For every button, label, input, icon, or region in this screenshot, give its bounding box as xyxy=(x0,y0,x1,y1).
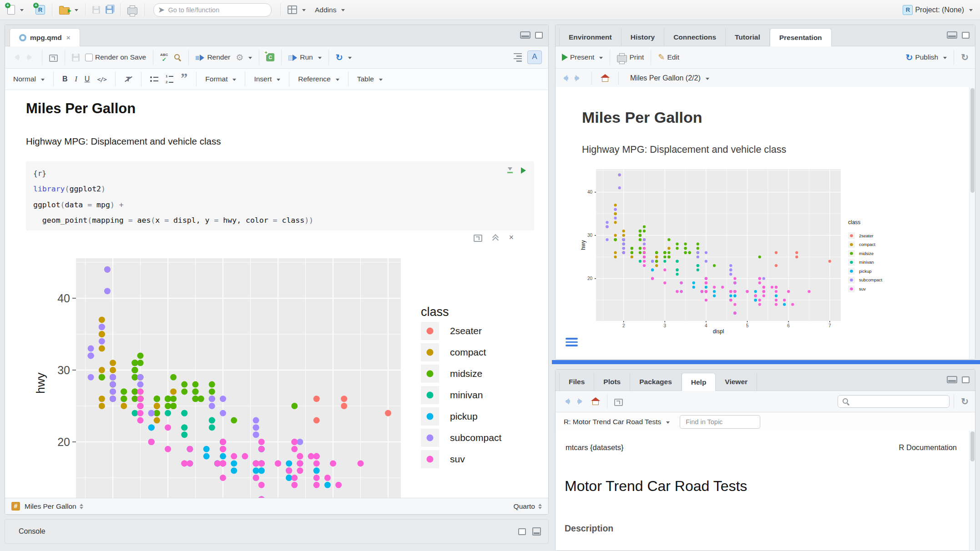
render-options-button[interactable] xyxy=(233,50,255,65)
underline-button[interactable] xyxy=(82,73,93,85)
insert-label: Insert xyxy=(254,75,272,83)
rerun-button[interactable] xyxy=(333,50,354,65)
open-file-button[interactable] xyxy=(56,3,81,16)
print-presentation-button[interactable]: Print xyxy=(614,51,647,64)
maximize-pane-icon[interactable] xyxy=(535,32,543,39)
maximize-pane-icon[interactable] xyxy=(962,32,970,39)
collapse-output-icon[interactable] xyxy=(492,234,499,241)
run-chunk-icon[interactable] xyxy=(521,167,526,174)
insert-menu[interactable]: Insert xyxy=(251,73,283,85)
goto-file-input[interactable] xyxy=(167,6,267,14)
help-search-box[interactable] xyxy=(838,395,950,408)
help-home-button[interactable] xyxy=(588,396,603,407)
addins-menu[interactable]: Addins xyxy=(312,4,348,16)
presentation-viewport[interactable]: Miles Per Gallon Highway MPG: Displaceme… xyxy=(556,87,975,359)
home-icon[interactable] xyxy=(601,74,610,82)
presentation-toolbar: Present Print Edit Publish xyxy=(556,46,975,69)
r-code-chunk[interactable]: {r} library(ggplot2)ggplot(data = mpg) +… xyxy=(26,161,534,230)
slide-forward-icon[interactable] xyxy=(574,75,583,82)
run-button[interactable]: Run xyxy=(286,51,324,63)
svg-text:suv: suv xyxy=(450,454,465,464)
outline-location[interactable]: Miles Per Gallon xyxy=(25,502,76,511)
outline-selector-icon[interactable] xyxy=(80,502,83,511)
tab-environment[interactable]: Environment xyxy=(559,28,621,46)
print-button[interactable] xyxy=(125,3,140,16)
addins-label: Addins xyxy=(315,6,336,14)
restore-console-icon[interactable] xyxy=(518,528,526,535)
help-content[interactable]: mtcars {datasets} R Documentation Motor … xyxy=(556,431,975,551)
save-button[interactable] xyxy=(90,4,103,15)
goto-file-search[interactable]: ➤ xyxy=(153,3,272,17)
close-tab-icon[interactable]: × xyxy=(66,29,71,46)
tab-tutorial[interactable]: Tutorial xyxy=(726,28,770,46)
find-replace-button[interactable] xyxy=(171,51,184,63)
pane-resize-divider[interactable] xyxy=(552,360,980,364)
find-in-topic-input[interactable] xyxy=(680,415,760,429)
clear-formatting-button[interactable] xyxy=(121,73,135,85)
render-on-save-toggle[interactable]: Render on Save xyxy=(82,51,149,63)
spellcheck-button[interactable] xyxy=(157,51,171,64)
save-doc-button[interactable] xyxy=(69,52,82,63)
present-button[interactable]: Present xyxy=(559,51,606,63)
expand-output-icon[interactable] xyxy=(474,235,482,242)
tab-history[interactable]: History xyxy=(621,28,664,46)
numbered-list-button[interactable] xyxy=(163,72,176,86)
publish-button[interactable]: Publish xyxy=(903,50,950,65)
paragraph-style-dropdown[interactable]: Normal xyxy=(10,73,47,85)
document-canvas[interactable]: Miles Per Gallon Highway MPG: Displaceme… xyxy=(5,90,548,498)
main-toolbar: ➤ Addins Project: (None) xyxy=(0,0,980,20)
help-forward-button[interactable] xyxy=(574,396,588,407)
close-output-icon[interactable] xyxy=(509,234,514,242)
topic-dropdown[interactable]: R: Motor Trend Car Road Tests xyxy=(562,416,672,428)
visual-editor-toggle[interactable] xyxy=(525,49,545,66)
tab-packages[interactable]: Packages xyxy=(630,373,682,391)
slide-selector[interactable]: Miles Per Gallon (2/2) xyxy=(627,72,712,84)
refresh-presentation-button[interactable] xyxy=(958,50,971,65)
run-chunks-above-icon[interactable] xyxy=(506,167,514,174)
help-popout-button[interactable] xyxy=(611,396,626,408)
reference-menu[interactable]: Reference xyxy=(295,73,342,85)
console-title[interactable]: Console xyxy=(19,527,45,536)
help-search-input[interactable] xyxy=(853,397,945,406)
tab-files[interactable]: Files xyxy=(559,373,594,391)
minimize-pane-icon[interactable] xyxy=(947,31,957,39)
new-file-button[interactable] xyxy=(5,3,26,16)
blockquote-button[interactable] xyxy=(178,73,190,86)
minimize-pane-icon[interactable] xyxy=(520,31,530,39)
workspace-panes-button[interactable] xyxy=(285,4,308,16)
tab-viewer[interactable]: Viewer xyxy=(716,373,757,391)
maximize-pane-icon[interactable] xyxy=(962,376,970,383)
tab-connections[interactable]: Connections xyxy=(664,28,726,46)
presentation-scrollbar[interactable] xyxy=(969,87,975,359)
tab-plots[interactable]: Plots xyxy=(594,373,630,391)
save-all-button[interactable] xyxy=(103,4,116,15)
slide-menu-icon[interactable] xyxy=(566,338,578,346)
code-format-button[interactable] xyxy=(94,73,109,85)
doc-mode-label[interactable]: Quarto xyxy=(514,502,535,511)
help-refresh-button[interactable] xyxy=(958,394,971,409)
slide-back-icon[interactable] xyxy=(560,75,569,82)
help-back-button[interactable] xyxy=(559,396,574,407)
new-project-button[interactable] xyxy=(33,3,48,16)
table-menu[interactable]: Table xyxy=(354,73,385,85)
format-menu[interactable]: Format xyxy=(202,73,239,85)
bold-button[interactable] xyxy=(60,73,71,85)
render-button[interactable]: Render xyxy=(193,51,233,63)
project-menu[interactable]: Project: (None) xyxy=(900,3,975,17)
tab-help[interactable]: Help xyxy=(682,373,716,391)
edit-presentation-button[interactable]: Edit xyxy=(655,50,682,64)
forward-button[interactable] xyxy=(23,52,38,63)
bullet-list-button[interactable] xyxy=(147,75,161,84)
minimize-pane-icon[interactable] xyxy=(947,376,957,383)
italic-button[interactable] xyxy=(72,73,80,85)
tab-mpg-qmd[interactable]: mpg.qmd × xyxy=(10,28,80,46)
back-button[interactable] xyxy=(9,52,23,63)
insert-chunk-button[interactable] xyxy=(263,51,277,63)
popout-editor-button[interactable] xyxy=(46,51,61,64)
outline-toggle-button[interactable] xyxy=(511,51,525,64)
tab-presentation[interactable]: Presentation xyxy=(770,28,832,46)
maximize-console-icon[interactable] xyxy=(532,527,541,536)
help-scrollbar[interactable] xyxy=(969,431,975,551)
mode-selector-icon[interactable] xyxy=(538,502,542,511)
chevron-down-icon xyxy=(341,9,345,13)
